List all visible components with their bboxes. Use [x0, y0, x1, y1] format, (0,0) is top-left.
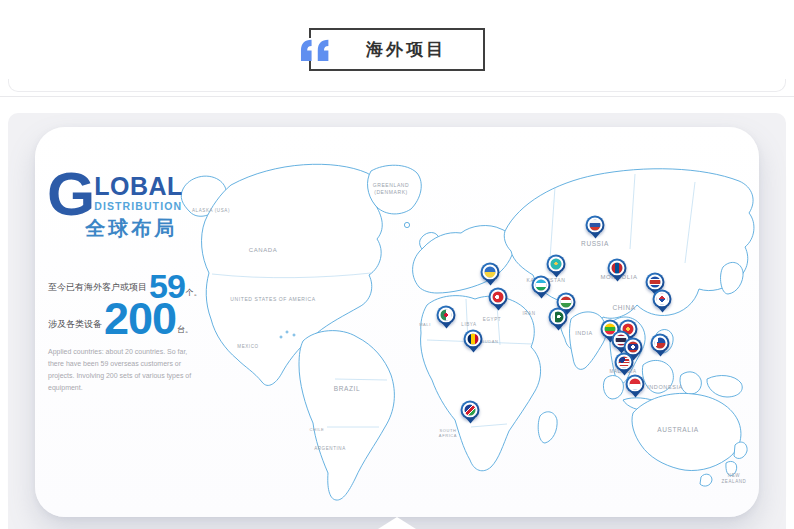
- island-caribbean-2: [293, 334, 295, 336]
- region-india: [570, 312, 607, 369]
- map-pin-ukraine: [481, 263, 500, 282]
- island-iceland: [404, 222, 409, 227]
- map-label: SUDAN: [481, 339, 498, 344]
- map-pin-philippines: [651, 334, 670, 353]
- flag-icon-turkey: [491, 290, 506, 305]
- island-papua: [707, 376, 742, 397]
- map-pin-chad: [464, 330, 483, 349]
- flag-icon-pakistan: [551, 310, 566, 325]
- flag-icon-south-korea: [655, 292, 670, 307]
- map-pin-uzbekistan: [532, 276, 551, 295]
- map-pin-pakistan: [549, 308, 568, 327]
- flag-icon-philippines: [653, 336, 668, 351]
- island-tasmania: [700, 474, 712, 486]
- map-label: ARGENTINA: [314, 446, 346, 452]
- map-label: SOUTH AFRICA: [439, 428, 457, 439]
- flag-icon-chad: [466, 332, 481, 347]
- map-pin-russia: [586, 216, 605, 235]
- map-label: UNITED STATES OF AMERICA: [230, 296, 315, 303]
- quote-icon: [297, 38, 335, 61]
- island-madagascar: [538, 412, 557, 443]
- map-pin-namibia: [461, 401, 480, 420]
- section-title-box: 海外项目: [309, 28, 485, 71]
- flag-icon-indonesia: [628, 377, 643, 392]
- flag-icon-malaysia: [617, 355, 632, 370]
- map-label: CANADA: [249, 246, 278, 254]
- page: 海外项目: [0, 0, 794, 529]
- map-label: CHINA: [612, 304, 635, 313]
- map-label: INDONESIA: [647, 384, 683, 391]
- flag-icon-russia: [588, 218, 603, 233]
- map-label: LIBYA: [461, 322, 476, 328]
- logo-lobal-text: LOBAL: [94, 174, 183, 199]
- island-caribbean-3: [280, 336, 282, 338]
- stat-unit-projects: 个。: [186, 287, 202, 300]
- map-pin-algeria: [437, 306, 456, 325]
- stat-row-equipment: 涉及各类设备 200 台。: [48, 301, 220, 337]
- map-label: MEXICO: [237, 344, 258, 350]
- stat-label-equipment: 涉及各类设备: [48, 318, 102, 337]
- flag-icon-ukraine: [483, 265, 498, 280]
- flag-icon-algeria: [439, 308, 454, 323]
- logo-chinese-text: 全球布局: [85, 215, 183, 242]
- logo-letter-g: G: [47, 169, 93, 220]
- flag-icon-uzbekistan: [534, 278, 549, 293]
- map-label: BRAZIL: [334, 385, 360, 394]
- logo-text-block: LOBAL DISTRIBUTION 全球布局: [94, 174, 183, 242]
- map-label: INDIA: [575, 330, 593, 337]
- island-new-zealand-north: [734, 442, 747, 458]
- map-label: RUSSIA: [581, 240, 609, 249]
- flag-icon-laos: [626, 340, 641, 355]
- stats-block: 至今已有海外客户或项目 59 个。 涉及各类设备 200 台。 Applied …: [48, 273, 220, 394]
- map-pin-kazakhstan: [547, 255, 566, 274]
- flag-icon-namibia: [463, 403, 478, 418]
- map-label: AUSTRALIA: [657, 426, 699, 435]
- island-japan: [721, 262, 744, 294]
- stat-unit-equipment: 台。: [177, 324, 193, 337]
- map-pin-turkey: [489, 288, 508, 307]
- island-sumatra: [603, 376, 623, 399]
- map-label: EGYPT: [483, 317, 501, 323]
- map-label: IRAN: [522, 311, 535, 317]
- bottom-arrow-icon: [378, 517, 416, 529]
- map-label: ALASKA (USA): [192, 208, 230, 214]
- map-label: MALI: [419, 322, 431, 327]
- flag-icon-north-korea: [648, 275, 663, 290]
- map-label: CHILE: [310, 427, 325, 432]
- map-pin-mongolia: [608, 259, 627, 278]
- stats-description: Applied countries: about 20 countries. S…: [48, 346, 200, 394]
- map-card: G LOBAL DISTRIBUTION 全球布局 至今已有海外客户或项目 59…: [35, 127, 759, 517]
- island-sulawesi: [680, 372, 701, 394]
- map-pin-south-korea: [653, 290, 672, 309]
- stat-value-equipment: 200: [104, 301, 176, 337]
- map-label: GREENLAND (DENMARK): [373, 182, 410, 196]
- flag-icon-kazakhstan: [549, 257, 564, 272]
- flag-icon-mongolia: [610, 261, 625, 276]
- logo-distribution-text: DISTRIBUTION: [94, 200, 183, 212]
- global-logo: G LOBAL DISTRIBUTION 全球布局: [47, 169, 183, 242]
- map-label: NEW ZEALAND: [722, 473, 747, 485]
- content-card: G LOBAL DISTRIBUTION 全球布局 至今已有海外客户或项目 59…: [8, 113, 786, 529]
- page-header: 海外项目: [0, 0, 794, 97]
- continent-south-america: [299, 331, 394, 500]
- map-pin-malaysia: [615, 353, 634, 372]
- island-caribbean-1: [286, 331, 288, 333]
- section-title: 海外项目: [366, 38, 446, 61]
- map-pin-indonesia: [626, 375, 645, 394]
